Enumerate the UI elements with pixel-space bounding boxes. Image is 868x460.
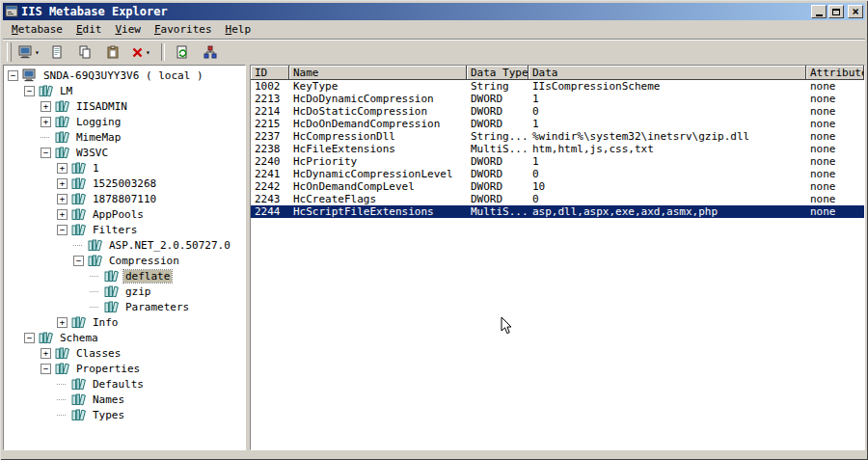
cell-name: KeyType xyxy=(289,80,467,93)
books-icon xyxy=(71,408,87,421)
close-icon: × xyxy=(852,6,858,17)
tree-item-apppools[interactable]: +AppPools xyxy=(4,206,245,222)
toolbar-grip[interactable] xyxy=(7,42,12,62)
column-header-attributes[interactable]: Attributes xyxy=(806,66,864,80)
collapse-toggle-icon[interactable]: − xyxy=(41,148,51,158)
menu-view[interactable]: View xyxy=(108,21,148,38)
table-row[interactable]: 2215HcDoOnDemandCompressionDWORD1none xyxy=(251,118,864,130)
cell-data: 0 xyxy=(529,105,806,118)
tree-item-gzip[interactable]: gzip xyxy=(4,284,245,299)
menu-bar: Metabase Edit View Favorites Help xyxy=(3,20,865,39)
expand-toggle-icon[interactable]: + xyxy=(57,178,68,189)
menu-favorites[interactable]: Favorites xyxy=(148,21,219,38)
tree-item-snda-69q3uyy3v6-local[interactable]: −SNDA-69Q3UYY3V6 ( local ) xyxy=(4,68,245,83)
expand-toggle-icon[interactable]: + xyxy=(57,194,68,204)
tree-item-1[interactable]: +1 xyxy=(4,160,245,176)
column-header-name[interactable]: Name xyxy=(289,66,467,80)
collapse-toggle-icon[interactable]: − xyxy=(24,86,35,96)
title-bar[interactable]: IIS Metabase Explorer × xyxy=(3,3,865,20)
expand-toggle-icon[interactable]: + xyxy=(41,348,51,359)
expand-toggle-icon[interactable]: + xyxy=(57,317,68,328)
table-row[interactable]: 2238HcFileExtensionsMultiS...htm,html,js… xyxy=(251,143,864,155)
table-row[interactable]: 2241HcDynamicCompressionLevelDWORD0none xyxy=(251,168,864,180)
app-window: IIS Metabase Explorer × Metabase Edit Vi… xyxy=(0,0,868,460)
tree-item-classes[interactable]: +Classes xyxy=(4,345,245,361)
column-header-data-type[interactable]: Data Type xyxy=(467,66,529,80)
tree-item-label: MimeMap xyxy=(74,131,122,144)
tree-item-logging[interactable]: +Logging xyxy=(4,114,245,129)
connect-button[interactable]: ▾ xyxy=(16,41,41,63)
column-header-data[interactable]: Data xyxy=(529,66,806,80)
cell-attributes: none xyxy=(806,93,864,105)
tree-item-filters[interactable]: −Filters xyxy=(4,222,245,237)
tree-item-w3svc[interactable]: −W3SVC xyxy=(4,145,245,160)
tree-item-label: deflate xyxy=(123,270,172,283)
tree-item-info[interactable]: +Info xyxy=(4,314,245,330)
tree-item-label: Parameters xyxy=(123,301,191,313)
tree-item-parameters[interactable]: Parameters xyxy=(4,299,245,314)
tree-item-mimemap[interactable]: MimeMap xyxy=(4,129,245,145)
menu-edit[interactable]: Edit xyxy=(69,21,109,38)
table-row[interactable]: 2244HcScriptFileExtensionsMultiS...asp,d… xyxy=(251,205,864,218)
tree-item-lm[interactable]: −LM xyxy=(4,83,245,98)
cell-id: 2243 xyxy=(251,193,289,205)
cell-data: htm,html,js,css,txt xyxy=(529,143,806,155)
cell-type: DWORD xyxy=(467,105,529,118)
cell-attributes: none xyxy=(806,155,864,168)
toolbar: ▾▾ xyxy=(3,39,865,65)
books-icon xyxy=(88,238,103,252)
expand-toggle-icon[interactable]: + xyxy=(57,163,68,174)
tree-item-types[interactable]: Types xyxy=(4,407,245,422)
expand-toggle-icon[interactable]: + xyxy=(41,101,51,112)
table-row[interactable]: 2213HcDoDynamicCompressionDWORD1none xyxy=(251,93,864,105)
tree-item-names[interactable]: Names xyxy=(4,392,245,407)
dropdown-arrow-icon[interactable]: ▾ xyxy=(146,48,150,57)
table-row[interactable]: 2243HcCreateFlagsDWORD0none xyxy=(251,193,864,205)
dropdown-arrow-icon[interactable]: ▾ xyxy=(35,48,40,57)
table-row[interactable]: 2237HcCompressionDllString...%windir%\sy… xyxy=(251,130,864,143)
table-row[interactable]: 1002KeyTypeStringIIsCompressionSchemenon… xyxy=(251,80,864,93)
tree-item-defaults[interactable]: Defaults xyxy=(4,376,245,392)
tree-item-asp-net-2-0-50727-0[interactable]: ASP.NET_2.0.50727.0 xyxy=(4,237,245,253)
table-row[interactable]: 2242HcOnDemandCompLevelDWORD10none xyxy=(251,180,864,193)
tree-item-schema[interactable]: −Schema xyxy=(4,330,245,345)
tree-item-label: Names xyxy=(91,393,126,406)
delete-button[interactable]: ▾ xyxy=(128,41,153,63)
cell-data: 1 xyxy=(529,155,806,168)
expand-toggle-icon[interactable]: + xyxy=(57,209,68,220)
export-button[interactable] xyxy=(170,41,195,63)
tree-item-compression[interactable]: −Compression xyxy=(4,253,245,268)
delete-red-x-icon xyxy=(131,46,144,59)
tree-item-1525003268[interactable]: +1525003268 xyxy=(4,176,245,191)
permissions-button[interactable] xyxy=(198,41,223,63)
minimize-button[interactable] xyxy=(811,5,827,18)
expand-toggle-icon[interactable]: + xyxy=(41,117,51,127)
menu-metabase[interactable]: Metabase xyxy=(5,21,69,38)
paste-button[interactable] xyxy=(100,41,125,63)
tree-item-iisadmin[interactable]: +IISADMIN xyxy=(4,98,245,114)
cell-attributes: none xyxy=(806,180,864,193)
collapse-toggle-icon[interactable]: − xyxy=(41,364,51,374)
menu-help[interactable]: Help xyxy=(219,21,258,38)
table-row[interactable]: 2214HcDoStaticCompressionDWORD0none xyxy=(251,105,864,118)
new-key-button[interactable] xyxy=(44,41,69,63)
column-header-id[interactable]: ID xyxy=(251,66,289,80)
close-button[interactable]: × xyxy=(848,5,863,18)
collapse-toggle-icon[interactable]: − xyxy=(73,256,84,266)
collapse-toggle-icon[interactable]: − xyxy=(24,333,35,343)
cell-attributes: none xyxy=(806,168,864,180)
tree-item-properties[interactable]: −Properties xyxy=(4,361,245,376)
tree-item-deflate[interactable]: deflate xyxy=(4,268,245,284)
collapse-toggle-icon[interactable]: − xyxy=(8,70,18,81)
cell-name: HcFileExtensions xyxy=(289,143,467,155)
cell-name: HcDoOnDemandCompression xyxy=(289,118,467,130)
maximize-button[interactable] xyxy=(828,5,844,18)
list-view: ID Name Data Type Data Attributes 1002Ke… xyxy=(250,65,865,450)
table-row[interactable]: 2240HcPriorityDWORD1none xyxy=(251,155,864,168)
books-icon xyxy=(55,346,70,360)
tree-item-1878807110[interactable]: +1878807110 xyxy=(4,191,245,206)
copy-button[interactable] xyxy=(72,41,97,63)
cell-name: HcDoDynamicCompression xyxy=(289,93,467,105)
tree-item-label: Filters xyxy=(91,224,139,236)
collapse-toggle-icon[interactable]: − xyxy=(57,225,68,235)
